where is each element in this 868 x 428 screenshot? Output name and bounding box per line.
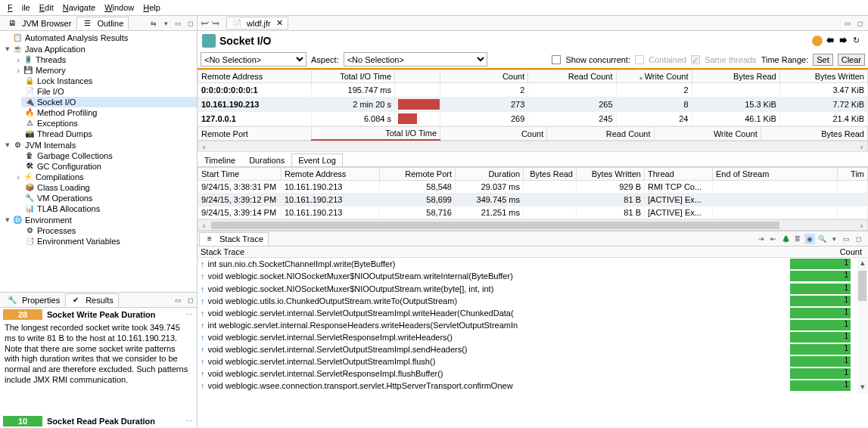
gc-icon: 🗑 — [24, 151, 35, 160]
minimize-icon[interactable]: ▭ — [841, 234, 851, 244]
tree-socket-io[interactable]: 🔌Socket I/O — [21, 97, 197, 107]
properties-icon: 🔧 — [7, 296, 17, 305]
refresh-icon[interactable]: ↻ — [853, 36, 863, 46]
rule-write-peak[interactable]: 28 Socket Write Peak Duration ⋯ — [0, 308, 197, 321]
maximize-icon[interactable]: ◻ — [853, 234, 863, 244]
tab-stack-trace[interactable]: ≡Stack Trace — [199, 232, 269, 246]
info-icon[interactable] — [812, 36, 823, 46]
menu-file[interactable]: File — [3, 2, 35, 14]
tlab-icon: 📊 — [24, 204, 35, 213]
minimize-icon[interactable]: ▭ — [173, 18, 183, 29]
tab-results[interactable]: ✔Results — [65, 293, 119, 307]
rule-read-peak[interactable]: 10 Socket Read Peak Duration ⋯ — [0, 414, 197, 428]
stack-frame[interactable]: ↑void weblogic.wsee.connection.transport… — [198, 380, 857, 392]
maximize-icon[interactable]: ◻ — [185, 18, 195, 29]
arrow-up-icon: ↑ — [201, 271, 205, 281]
nav-next-icon[interactable]: 🡆 — [839, 36, 850, 46]
lock-icon: 🔒 — [24, 76, 35, 85]
show-concurrent-checkbox[interactable] — [552, 55, 561, 64]
stack-frame[interactable]: ↑void weblogic.socket.NIOSocketMuxer$NIO… — [198, 270, 857, 282]
jvm-icon: 🖥 — [7, 19, 17, 28]
maximize-icon[interactable]: ◻ — [185, 295, 195, 305]
class-icon: 📦 — [24, 183, 35, 192]
stack-frame[interactable]: ↑void weblogic.servlet.internal.ServletO… — [198, 355, 857, 368]
tab-properties[interactable]: 🔧Properties — [2, 293, 65, 307]
rule-description: The longest recorded socket write took 3… — [0, 321, 197, 414]
maximize-icon[interactable]: ◻ — [854, 18, 865, 29]
view-menu-icon[interactable]: ▾ — [160, 18, 171, 29]
aspect-dropdown[interactable]: <No Selection> — [344, 52, 487, 67]
stack-frame[interactable]: ↑void weblogic.servlet.internal.ServletR… — [198, 331, 857, 343]
subtab-eventlog[interactable]: Event Log — [291, 154, 343, 166]
compile-icon: ⚡ — [23, 172, 33, 181]
stack-frame[interactable]: ↑void weblogic.servlet.internal.ServletO… — [198, 343, 857, 355]
collapse-icon[interactable]: ⇤ — [768, 234, 779, 244]
outline-tree[interactable]: 📋Automated Analysis Results ▾☕Java Appli… — [0, 31, 197, 292]
tab-jvm-browser[interactable]: 🖥JVM Browser — [2, 17, 76, 30]
stack-frame[interactable]: ↑void weblogic.servlet.internal.ServletR… — [198, 368, 857, 380]
gcconf-icon: 🛠 — [24, 162, 35, 171]
tree-icon[interactable]: 🌲 — [780, 234, 791, 244]
expand-icon[interactable]: ⇥ — [756, 234, 767, 244]
sort-asc-icon: ▴ — [639, 74, 642, 81]
back-icon[interactable]: ⮨ — [201, 19, 209, 28]
filter-icon[interactable]: 🔍 — [817, 234, 827, 244]
view-menu-icon[interactable]: ▾ — [829, 234, 839, 244]
table-row[interactable]: 9/24/15, 3:39:14 PM10.161.190.21358,7162… — [198, 206, 868, 219]
jfr-icon: 📄 — [232, 19, 242, 28]
table-row[interactable]: 127.0.0.16.084 s2692452446.1 KiB21.4 KiB — [198, 112, 868, 126]
page-title: Socket I/O — [219, 35, 271, 47]
subtab-durations[interactable]: Durations — [242, 154, 291, 166]
memory-icon: 💾 — [23, 66, 33, 75]
editor-tab-wldf[interactable]: 📄 wldf.jfr ✕ — [226, 17, 288, 29]
proc-icon: ⚙ — [24, 226, 35, 235]
table-row[interactable]: 9/24/15, 3:38:31 PM10.161.190.21358,5482… — [198, 181, 868, 194]
arrow-up-icon: ↑ — [201, 369, 205, 378]
results-icon: ✔ — [70, 296, 81, 305]
scrollbar-v[interactable]: ▴▾ — [857, 258, 868, 393]
table-row[interactable]: 0:0:0:0:0:0:0:1195.747 ms223.47 KiB — [198, 83, 868, 98]
nav-prev-icon[interactable]: 🡄 — [826, 36, 836, 46]
set-button[interactable]: Set — [813, 54, 833, 66]
rule-menu-icon[interactable]: ⋯ — [183, 416, 194, 426]
menu-navigate[interactable]: Navigate — [58, 2, 100, 14]
envvar-icon: 📑 — [24, 237, 35, 246]
subtab-timeline[interactable]: Timeline — [198, 154, 242, 166]
remote-port-table[interactable]: Remote Port Total I/O Time CountRead Cou… — [198, 126, 868, 141]
stack-frame[interactable]: ↑void weblogic.socket.NIOSocketMuxer$NIO… — [198, 282, 857, 294]
highlight-icon[interactable]: ◉ — [804, 234, 815, 244]
link-with-editor-icon[interactable]: ⇆ — [148, 18, 159, 29]
menu-window[interactable]: Window — [100, 2, 138, 14]
exception-icon: ⚠ — [24, 119, 35, 128]
close-icon[interactable]: ✕ — [276, 18, 283, 28]
file-icon: 📄 — [24, 87, 35, 96]
menu-help[interactable]: Help — [138, 2, 165, 14]
socket-icon: 🔌 — [24, 98, 35, 107]
minimize-icon[interactable]: ▭ — [842, 18, 853, 29]
remote-address-table[interactable]: Remote AddressTotal I/O Time CountRead C… — [198, 70, 868, 126]
tab-outline[interactable]: ☰Outline — [76, 17, 129, 30]
arrow-up-icon: ↑ — [201, 259, 205, 268]
outline-icon: ☰ — [82, 19, 92, 28]
rule-menu-icon[interactable]: ⋯ — [183, 309, 194, 320]
arrow-up-icon: ↑ — [201, 284, 205, 293]
same-threads-checkbox[interactable]: ✓ — [691, 55, 700, 64]
minimize-icon[interactable]: ▭ — [173, 295, 183, 305]
event-log-table[interactable]: Start TimeRemote Address Remote PortDura… — [198, 167, 868, 219]
stack-frame[interactable]: ↑int sun.nio.ch.SocketChannelImpl.write(… — [198, 258, 857, 270]
table-row[interactable]: 10.161.190.2132 min 20 s273265815.3 KiB7… — [198, 98, 868, 112]
scrollbar-h[interactable]: ‹› — [198, 219, 868, 231]
menu-edit[interactable]: Edit — [35, 2, 58, 14]
stack-frame[interactable]: ↑void weblogic.utils.io.ChunkedOutputStr… — [198, 295, 857, 307]
selection-dropdown[interactable]: <No Selection> — [201, 52, 306, 67]
fwd-icon[interactable]: ⮩ — [212, 19, 220, 28]
env-icon: 🌐 — [12, 216, 23, 225]
table-row[interactable]: 9/24/15, 3:39:12 PM10.161.190.21358,6993… — [198, 194, 868, 206]
scrollbar-h[interactable]: ‹› — [198, 141, 868, 152]
stack-frame[interactable]: ↑void weblogic.servlet.internal.ServletO… — [198, 307, 857, 319]
stack-frame[interactable]: ↑int weblogic.servlet.internal.ResponseH… — [198, 319, 857, 331]
contained-checkbox[interactable] — [635, 55, 644, 64]
stack-trace-list[interactable]: ↑int sun.nio.ch.SocketChannelImpl.write(… — [198, 258, 857, 393]
clear-button[interactable]: Clear — [838, 54, 865, 66]
group-icon[interactable]: ≣ — [792, 234, 803, 244]
